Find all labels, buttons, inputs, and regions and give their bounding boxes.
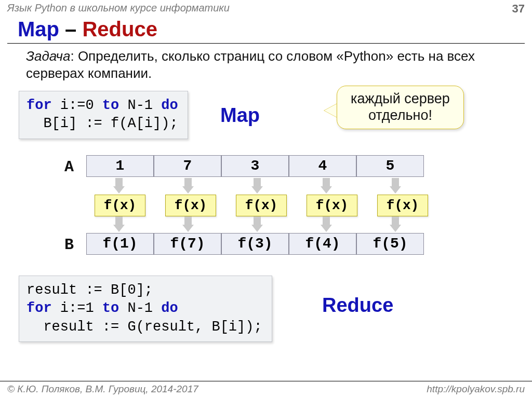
label-a: A [64, 158, 74, 176]
fx-cell: f(x) [95, 195, 145, 216]
footer-right: http://kpolyakov.spb.ru [427, 383, 525, 395]
page-number: 37 [512, 2, 525, 16]
arr-cell: 7 [154, 155, 221, 177]
array-a: 1 7 3 4 5 [86, 155, 424, 177]
fx-cell: f(x) [236, 195, 287, 216]
content-area: for i:=0 to N-1 do B[i] := f(A[i]); Map … [0, 88, 532, 378]
fx-row: f(x) f(x) f(x) f(x) f(x) [95, 195, 428, 216]
fx-cell: f(x) [307, 195, 357, 216]
fx-cell: f(x) [165, 195, 216, 216]
task-body: : Определить, сколько страниц со словом … [26, 48, 475, 81]
arr-cell: 3 [221, 155, 289, 177]
arr-cell: f(7) [154, 233, 221, 255]
task-lead: Задача [26, 48, 70, 64]
callout-box: каждый сервер отдельно! [337, 86, 464, 130]
title-rule [7, 43, 525, 44]
slide-footer: © К.Ю. Поляков, В.М. Гуровиц, 2014-2017 … [0, 381, 532, 398]
label-b: B [64, 236, 74, 254]
callout-tail [324, 103, 338, 118]
reduce-label: Reduce [322, 294, 393, 317]
footer-left: © К.Ю. Поляков, В.М. Гуровиц, 2014-2017 [7, 383, 198, 395]
arr-cell: 5 [356, 155, 424, 177]
callout-line2: отдельно! [368, 107, 432, 123]
fx-cell: f(x) [377, 195, 428, 216]
arr-cell: f(3) [221, 233, 289, 255]
code-map: for i:=0 to N-1 do B[i] := f(A[i]); [19, 91, 188, 139]
title-reduce: Reduce [82, 18, 157, 40]
subject-text: Язык Python в школьном курсе информатики [7, 2, 230, 14]
slide-title: Map – Reduce [0, 17, 532, 42]
arr-cell: f(4) [289, 233, 356, 255]
arr-cell: 1 [86, 155, 154, 177]
task-text: Задача: Определить, сколько страниц со с… [0, 47, 532, 88]
title-map: Map [18, 18, 59, 40]
arr-cell: 4 [289, 155, 356, 177]
code-reduce: result := B[0]; for i:=1 to N-1 do resul… [19, 276, 272, 342]
arr-cell: f(1) [86, 233, 154, 255]
slide-header: Язык Python в школьном курсе информатики… [0, 0, 532, 17]
map-label: Map [220, 104, 260, 127]
array-b: f(1) f(7) f(3) f(4) f(5) [86, 233, 424, 255]
callout-line1: каждый сервер [351, 91, 450, 106]
arr-cell: f(5) [356, 233, 424, 255]
title-dash: – [59, 18, 82, 40]
